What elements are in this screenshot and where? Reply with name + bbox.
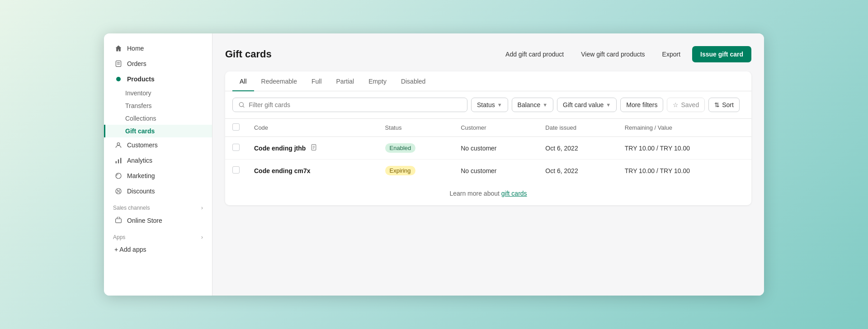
sales-channels-label: Sales channels xyxy=(113,205,150,211)
view-gift-card-products-button[interactable]: View gift card products xyxy=(576,47,650,61)
marketing-icon xyxy=(114,172,123,180)
svg-rect-6 xyxy=(120,158,121,163)
sidebar-item-label: Products xyxy=(127,75,155,83)
filters-row: Status ▼ Balance ▼ Gift card value ▼ Mor… xyxy=(225,91,751,119)
table-header-remaining-value: Remaining / Value xyxy=(618,119,751,137)
table-header-customer: Customer xyxy=(453,119,538,137)
sidebar-sub-item-label: Collections xyxy=(125,115,156,122)
sidebar-item-label: Discounts xyxy=(127,188,155,195)
select-all-checkbox[interactable] xyxy=(232,123,240,131)
apps-chevron-icon[interactable]: › xyxy=(201,234,203,240)
code-text: Code ending cm7x xyxy=(254,167,310,174)
footer-text: Learn more about xyxy=(449,190,501,197)
more-filters-button[interactable]: More filters xyxy=(620,98,663,112)
row-checkbox[interactable] xyxy=(232,144,240,151)
gift-cards-card: All Redeemable Full Partial Empty Disabl… xyxy=(225,71,751,205)
balance-filter-button[interactable]: Balance ▼ xyxy=(512,98,553,112)
sidebar-item-orders[interactable]: Orders xyxy=(104,56,212,71)
svg-rect-5 xyxy=(118,160,119,164)
status-caret-icon: ▼ xyxy=(497,102,502,108)
tab-all[interactable]: All xyxy=(232,71,254,91)
page-title: Gift cards xyxy=(225,48,272,60)
online-store-icon xyxy=(114,216,123,225)
svg-point-10 xyxy=(117,190,118,191)
svg-point-3 xyxy=(117,143,120,146)
sales-channels-chevron-icon[interactable]: › xyxy=(201,204,203,211)
star-icon: ☆ xyxy=(673,101,679,108)
home-icon xyxy=(114,44,123,52)
balance-caret-icon: ▼ xyxy=(542,102,547,108)
sidebar-item-add-apps[interactable]: + Add apps xyxy=(104,242,212,257)
gift-cards-link[interactable]: gift cards xyxy=(501,190,527,197)
issue-gift-card-button[interactable]: Issue gift card xyxy=(692,46,751,62)
gift-card-value-caret-icon: ▼ xyxy=(606,102,611,108)
row-customer: No customer xyxy=(453,160,538,182)
sidebar-item-label: Orders xyxy=(127,60,146,67)
table-row[interactable]: Code ending cm7x Expiring No customer Oc… xyxy=(225,160,751,182)
export-button[interactable]: Export xyxy=(657,47,686,61)
row-customer: No customer xyxy=(453,137,538,160)
svg-rect-0 xyxy=(116,61,121,67)
sidebar-item-products[interactable]: Products xyxy=(104,71,212,87)
sidebar-item-label: Analytics xyxy=(127,157,152,164)
svg-rect-12 xyxy=(116,219,122,223)
page-header: Gift cards Add gift card product View gi… xyxy=(225,46,751,62)
row-remaining-value: TRY 10.00 / TRY 10.00 xyxy=(618,137,751,160)
sidebar-item-analytics[interactable]: Analytics xyxy=(104,153,212,168)
sidebar-sub-item-collections[interactable]: Collections xyxy=(104,112,212,125)
search-icon xyxy=(238,101,245,108)
tabs: All Redeemable Full Partial Empty Disabl… xyxy=(225,71,751,91)
row-date-issued: Oct 6, 2022 xyxy=(538,137,617,160)
gift-cards-table: Code Status Customer Date issued Remaini… xyxy=(225,119,751,182)
sidebar-sub-item-label: Gift cards xyxy=(125,127,155,135)
products-green-dot xyxy=(116,77,121,81)
sidebar-item-label: Marketing xyxy=(127,172,155,179)
products-icon xyxy=(114,75,123,83)
sidebar-sub-item-gift-cards[interactable]: Gift cards xyxy=(104,125,212,137)
tab-full[interactable]: Full xyxy=(304,71,329,91)
sales-channels-section: Sales channels › xyxy=(104,199,212,213)
row-code: Code ending cm7x xyxy=(247,160,378,182)
saved-button[interactable]: ☆ Saved xyxy=(667,98,705,112)
tab-partial[interactable]: Partial xyxy=(329,71,362,91)
apps-label: Apps xyxy=(113,234,125,240)
sidebar-item-online-store[interactable]: Online Store xyxy=(104,213,212,228)
sidebar-item-discounts[interactable]: Discounts xyxy=(104,183,212,199)
row-code: Code ending jthb xyxy=(247,137,378,160)
code-text: Code ending jthb xyxy=(254,145,306,152)
row-date-issued: Oct 6, 2022 xyxy=(538,160,617,182)
table-row[interactable]: Code ending jthb Enabled No customer Oct… xyxy=(225,137,751,160)
sidebar-item-customers[interactable]: Customers xyxy=(104,137,212,153)
tab-disabled[interactable]: Disabled xyxy=(394,71,433,91)
status-badge: Expiring xyxy=(385,166,415,175)
analytics-icon xyxy=(114,156,123,164)
header-actions: Add gift card product View gift card pro… xyxy=(500,46,751,62)
row-checkbox[interactable] xyxy=(232,166,240,174)
table-header-code: Code xyxy=(247,119,378,137)
sort-button[interactable]: ⇅ Sort xyxy=(708,98,740,112)
sidebar-sub-item-label: Inventory xyxy=(125,89,151,97)
tab-empty[interactable]: Empty xyxy=(361,71,394,91)
status-badge: Enabled xyxy=(385,143,416,153)
sidebar-sub-item-label: Transfers xyxy=(125,102,152,109)
status-filter-button[interactable]: Status ▼ xyxy=(471,98,508,112)
sidebar-item-label: Online Store xyxy=(127,217,162,224)
search-box[interactable] xyxy=(232,98,467,112)
sidebar-item-marketing[interactable]: Marketing xyxy=(104,168,212,183)
add-gift-card-product-button[interactable]: Add gift card product xyxy=(500,47,569,61)
discounts-icon xyxy=(114,187,123,195)
search-input[interactable] xyxy=(249,101,462,108)
sidebar-item-label: Home xyxy=(127,45,144,52)
sidebar-item-home[interactable]: Home xyxy=(104,41,212,56)
sidebar-sub-item-transfers[interactable]: Transfers xyxy=(104,99,212,112)
row-checkbox-col xyxy=(225,160,247,182)
table-header-checkbox-col xyxy=(225,119,247,137)
sidebar-item-label: Customers xyxy=(127,141,158,149)
sidebar-sub-item-inventory[interactable]: Inventory xyxy=(104,87,212,99)
gift-card-value-filter-button[interactable]: Gift card value ▼ xyxy=(557,98,617,112)
tab-redeemable[interactable]: Redeemable xyxy=(254,71,304,91)
row-status: Enabled xyxy=(378,137,454,160)
row-remaining-value: TRY 10.00 / TRY 10.00 xyxy=(618,160,751,182)
row-status: Expiring xyxy=(378,160,454,182)
sidebar-nav: Home Orders Products Inventory Tr xyxy=(104,41,212,288)
